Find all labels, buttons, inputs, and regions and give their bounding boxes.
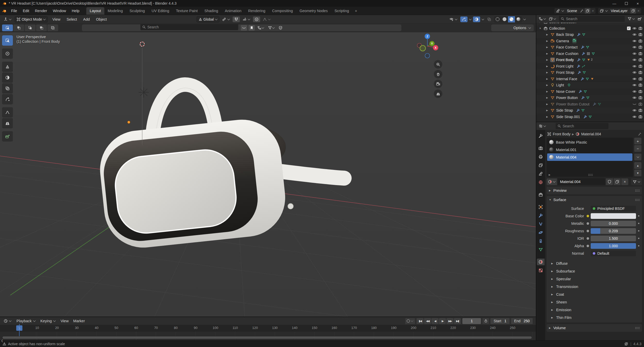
options-dropdown[interactable]: Options — [491, 24, 534, 31]
play-button[interactable]: ▶ — [439, 318, 446, 324]
tab-world[interactable] — [537, 179, 545, 186]
tab-object-data[interactable] — [537, 246, 545, 253]
viewlayer-selector[interactable]: ViewLayer × — [598, 8, 641, 14]
menu-file[interactable]: File — [8, 9, 20, 13]
object-label[interactable]: Front Light — [556, 64, 573, 68]
workspace-tab-animation[interactable]: Animation — [222, 7, 245, 15]
remove-viewlayer-button[interactable]: × — [637, 9, 640, 13]
timeline-menu-marker[interactable]: Marker — [71, 319, 87, 323]
rotate-tool[interactable] — [2, 72, 13, 83]
outliner-row-camera[interactable]: ▶Camera — [536, 38, 644, 44]
timeline-menu-keying[interactable]: Keying — [38, 319, 58, 323]
material-slot-base-white-plastic[interactable]: Base White Plastic — [547, 138, 632, 146]
move-slot-up-button[interactable]: ▲ — [634, 162, 641, 169]
subpanel-diffuse[interactable]: ▶Diffuse — [551, 260, 642, 267]
timeline-editor-type-button[interactable] — [2, 318, 13, 324]
new-material-button[interactable] — [614, 178, 621, 185]
gizmo-neg-y[interactable] — [420, 45, 426, 51]
object-label[interactable]: Power Button Cutout — [556, 102, 589, 106]
disclosure-toggle[interactable]: ▶ — [545, 84, 549, 86]
color-field-base-color[interactable] — [591, 213, 636, 219]
property-dropdown-normal[interactable]: Default — [591, 251, 636, 256]
orthographic-button[interactable] — [434, 89, 442, 98]
slot-specials-button[interactable] — [634, 154, 641, 160]
list-filter-toggle[interactable]: ▶ — [549, 173, 550, 176]
slider-roughness[interactable]: 0.209 — [591, 228, 636, 234]
keyframe-decorator[interactable] — [638, 245, 639, 246]
tab-particles[interactable] — [537, 221, 545, 227]
workspace-tab-compositing[interactable]: Compositing — [269, 7, 296, 15]
slider-alpha[interactable]: 1.000 — [591, 243, 636, 249]
workspace-tab-scripting[interactable]: Scripting — [331, 7, 352, 15]
eye-icon[interactable] — [632, 45, 637, 49]
disclosure-toggle[interactable]: ▶ — [545, 52, 549, 55]
eye-icon[interactable] — [632, 52, 637, 56]
material-slot-material-001[interactable]: Material.001 — [547, 146, 632, 153]
cursor-tool[interactable] — [2, 48, 13, 59]
outliner-row-power-button-cutout[interactable]: ▶Power Button Cutout — [536, 101, 644, 108]
eye-icon[interactable] — [632, 89, 637, 94]
fake-user-button[interactable] — [606, 178, 613, 185]
vr-headset-model[interactable] — [96, 85, 344, 251]
maximize-button[interactable] — [625, 2, 628, 5]
object-label[interactable]: Collection — [549, 26, 565, 30]
hide-eye-button[interactable] — [241, 25, 247, 31]
frame-start-field[interactable]: Start1 — [490, 318, 509, 324]
menu-render[interactable]: Render — [32, 9, 50, 13]
object-label[interactable]: Face Contact — [556, 45, 578, 49]
disclosure-toggle[interactable]: ▶ — [545, 65, 549, 68]
annotate-tool[interactable] — [2, 107, 13, 118]
new-viewlayer-button[interactable] — [630, 8, 636, 14]
unlink-scene-button[interactable]: × — [592, 9, 594, 13]
eye-icon[interactable] — [632, 58, 637, 62]
browse-material-button[interactable] — [547, 178, 557, 185]
outliner-search[interactable] — [559, 16, 625, 22]
outliner-search-input[interactable] — [566, 17, 623, 21]
add-workspace-button[interactable]: + — [352, 7, 360, 15]
material-name-field[interactable]: Material.004 — [558, 178, 605, 185]
tab-render[interactable] — [537, 145, 545, 152]
render-visibility-icon[interactable] — [638, 26, 642, 30]
object-label[interactable]: Side Strap.001 — [556, 115, 580, 119]
tab-object[interactable] — [537, 204, 545, 210]
snap-toggle[interactable] — [233, 16, 240, 22]
outliner-row-collection[interactable]: ▼Collection✓ — [536, 25, 644, 32]
render-visibility-icon[interactable] — [638, 96, 642, 100]
subpanel-subsurface[interactable]: ▶Subsurface — [551, 267, 642, 275]
material-slot-material-004[interactable]: Material.004 — [547, 153, 632, 161]
zoom-button[interactable] — [434, 60, 442, 69]
menu-window[interactable]: Window — [50, 9, 69, 13]
object-label[interactable]: Scene Collection — [549, 23, 576, 24]
outliner-row-scene-collection[interactable]: ▶Scene Collection — [536, 23, 644, 25]
outliner-row-front-light[interactable]: ▶Front Light — [536, 63, 644, 70]
breadcrumb-material[interactable]: Material.004 — [581, 132, 601, 136]
search-input[interactable] — [147, 25, 236, 29]
viewport-menu-object[interactable]: Object — [93, 17, 110, 21]
overlays-toggle[interactable] — [473, 16, 480, 22]
eye-icon[interactable] — [632, 108, 637, 112]
shading-dropdown[interactable] — [523, 18, 526, 20]
tab-collection[interactable] — [537, 191, 545, 198]
material-link-dropdown[interactable] — [631, 178, 642, 185]
object-label[interactable]: Back Strap — [556, 32, 574, 37]
render-visibility-icon[interactable] — [638, 102, 642, 106]
subpanel-transmission[interactable]: ▶Transmission — [551, 283, 642, 291]
select-intersect-button[interactable] — [47, 24, 58, 31]
surface-panel-header[interactable]: ▼Surface — [547, 196, 642, 204]
object-label[interactable]: Light — [556, 83, 564, 87]
preview-panel[interactable]: ▶Preview — [547, 187, 642, 194]
select-set-button[interactable] — [2, 24, 13, 31]
outliner-row-front-strap[interactable]: ▶Front Strap — [536, 69, 644, 76]
light-object-marker[interactable] — [139, 87, 149, 97]
shading-wireframe-button[interactable] — [494, 16, 501, 22]
menu-edit[interactable]: Edit — [20, 9, 32, 13]
subpanel-emission[interactable]: ▶Emission — [551, 306, 642, 314]
render-visibility-icon[interactable] — [638, 58, 642, 62]
snap-with-dropdown[interactable] — [241, 16, 252, 22]
tab-scene[interactable] — [537, 170, 545, 177]
outliner-row-side-strap-001[interactable]: ▶Side Strap.001 — [536, 114, 644, 120]
move-slot-down-button[interactable]: ▼ — [634, 170, 641, 176]
tab-constraints[interactable] — [537, 238, 545, 244]
disclosure-toggle[interactable]: ▶ — [545, 96, 549, 99]
jump-to-start-button[interactable]: ▮◀ — [417, 318, 423, 324]
